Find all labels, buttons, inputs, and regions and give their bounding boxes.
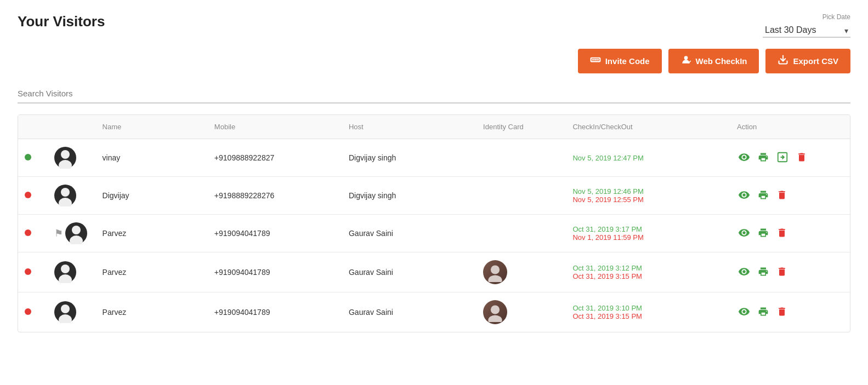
table-row: Digvijay +9198889228276 Digvijay singh N… xyxy=(18,177,850,215)
svg-point-8 xyxy=(61,150,70,159)
avatar xyxy=(54,185,76,206)
svg-point-22 xyxy=(491,305,500,314)
export-csv-button[interactable]: Export CSV xyxy=(765,49,850,73)
svg-point-17 xyxy=(59,274,72,283)
visitor-host: Gaurav Saini xyxy=(342,215,476,252)
print-button[interactable] xyxy=(757,226,770,241)
export-csv-icon xyxy=(778,54,788,68)
invite-code-button[interactable]: Invite Code xyxy=(578,49,662,73)
view-button[interactable] xyxy=(737,265,751,280)
action-buttons xyxy=(737,304,843,320)
visitor-checkin-checkout: Nov 5, 2019 12:47 PM xyxy=(566,139,730,177)
avatar xyxy=(54,261,76,283)
export-csv-label: Export CSV xyxy=(793,56,838,66)
action-buttons xyxy=(737,226,843,242)
identity-card-photo[interactable] xyxy=(483,260,507,284)
visitor-checkin-checkout: Nov 5, 2019 12:46 PM Nov 5, 2019 12:55 P… xyxy=(566,177,730,215)
table-header-row: Name Mobile Host Identity Card CheckIn/C… xyxy=(18,115,850,139)
svg-point-19 xyxy=(488,275,502,282)
visitor-host: Gaurav Saini xyxy=(342,252,476,292)
visitor-checkin-checkout: Oct 31, 2019 3:17 PM Nov 1, 2019 11:59 P… xyxy=(566,215,730,252)
status-dot xyxy=(25,229,31,236)
visitor-identity-card xyxy=(476,177,566,215)
col-header-action: Action xyxy=(730,115,850,139)
visitor-identity-card xyxy=(476,292,566,332)
status-dot xyxy=(25,268,31,275)
action-buttons xyxy=(737,150,843,166)
checkout-button[interactable] xyxy=(775,150,790,166)
invite-code-label: Invite Code xyxy=(605,56,650,66)
visitor-identity-card xyxy=(476,139,566,177)
print-button[interactable] xyxy=(757,188,770,203)
table-row: ⚑ Parvez +919094041789 Gaurav Saini Oct … xyxy=(18,215,850,252)
delete-button[interactable] xyxy=(775,226,788,241)
avatar xyxy=(54,147,76,169)
avatar xyxy=(65,222,87,244)
visitor-identity-card xyxy=(476,252,566,292)
col-header-name: Name xyxy=(96,115,208,139)
print-button[interactable] xyxy=(757,265,770,280)
svg-point-13 xyxy=(59,198,72,206)
web-checkin-button[interactable]: Web CheckIn xyxy=(668,49,759,73)
svg-point-9 xyxy=(59,160,72,169)
visitor-mobile: +9109888922827 xyxy=(208,139,342,177)
visitor-host: Gaurav Saini xyxy=(342,292,476,332)
svg-point-14 xyxy=(72,226,81,234)
visitor-name: Parvez xyxy=(96,292,208,332)
col-header-identity-card: Identity Card xyxy=(476,115,566,139)
pick-date-select[interactable]: Last 30 Days Last 7 Days Today Custom Ra… xyxy=(763,23,850,38)
visitor-name: Parvez xyxy=(96,252,208,292)
visitor-identity-card xyxy=(476,215,566,252)
col-header-mobile: Mobile xyxy=(208,115,342,139)
view-button[interactable] xyxy=(737,188,751,204)
svg-point-6 xyxy=(684,56,688,60)
status-dot xyxy=(25,192,31,198)
delete-button[interactable] xyxy=(775,305,788,320)
visitor-name: Digvijay xyxy=(96,177,208,215)
print-button[interactable] xyxy=(757,305,770,320)
avatar xyxy=(54,301,76,323)
web-checkin-icon xyxy=(680,54,691,68)
col-header-checkin: CheckIn/CheckOut xyxy=(566,115,730,139)
web-checkin-label: Web CheckIn xyxy=(696,56,747,66)
identity-card-photo[interactable] xyxy=(483,300,507,324)
svg-point-15 xyxy=(70,235,83,244)
visitor-checkin-checkout: Oct 31, 2019 3:10 PM Oct 31, 2019 3:15 P… xyxy=(566,292,730,332)
visitor-checkin-checkout: Oct 31, 2019 3:12 PM Oct 31, 2019 3:15 P… xyxy=(566,252,730,292)
svg-point-20 xyxy=(61,304,70,313)
action-buttons xyxy=(737,265,843,280)
svg-point-16 xyxy=(61,265,70,273)
svg-point-12 xyxy=(61,188,70,197)
visitor-host: Digvijay singh xyxy=(342,139,476,177)
col-header-host: Host xyxy=(342,115,476,139)
svg-point-23 xyxy=(488,315,502,322)
view-button[interactable] xyxy=(737,226,751,242)
visitor-mobile: +9198889228276 xyxy=(208,177,342,215)
search-input[interactable] xyxy=(18,89,850,98)
invite-code-icon xyxy=(590,54,601,68)
table-row: Parvez +919094041789 Gaurav Saini Oct 31… xyxy=(18,252,850,292)
svg-point-21 xyxy=(59,314,72,323)
visitor-name: vinay xyxy=(96,139,208,177)
delete-button[interactable] xyxy=(775,265,788,280)
pick-date-label: Pick Date xyxy=(822,13,850,21)
view-button[interactable] xyxy=(737,304,751,320)
flag-icon: ⚑ xyxy=(54,227,63,239)
page-title: Your Visitors xyxy=(18,13,105,30)
status-dot xyxy=(25,308,31,315)
table-row: vinay +9109888922827 Digvijay singh Nov … xyxy=(18,139,850,177)
actions-row: Invite Code Web CheckIn Export CSV xyxy=(18,49,850,73)
svg-point-18 xyxy=(491,265,500,274)
delete-button[interactable] xyxy=(795,151,808,165)
print-button[interactable] xyxy=(757,151,770,165)
action-buttons xyxy=(737,188,843,204)
visitors-table: Name Mobile Host Identity Card CheckIn/C… xyxy=(18,115,850,332)
col-header-status xyxy=(18,115,48,139)
delete-button[interactable] xyxy=(775,188,788,203)
table-row: Parvez +919094041789 Gaurav Saini Oct 31… xyxy=(18,292,850,332)
visitor-mobile: +919094041789 xyxy=(208,215,342,252)
visitor-host: Digvijay singh xyxy=(342,177,476,215)
view-button[interactable] xyxy=(737,150,751,166)
visitor-mobile: +919094041789 xyxy=(208,252,342,292)
col-header-avatar xyxy=(48,115,95,139)
